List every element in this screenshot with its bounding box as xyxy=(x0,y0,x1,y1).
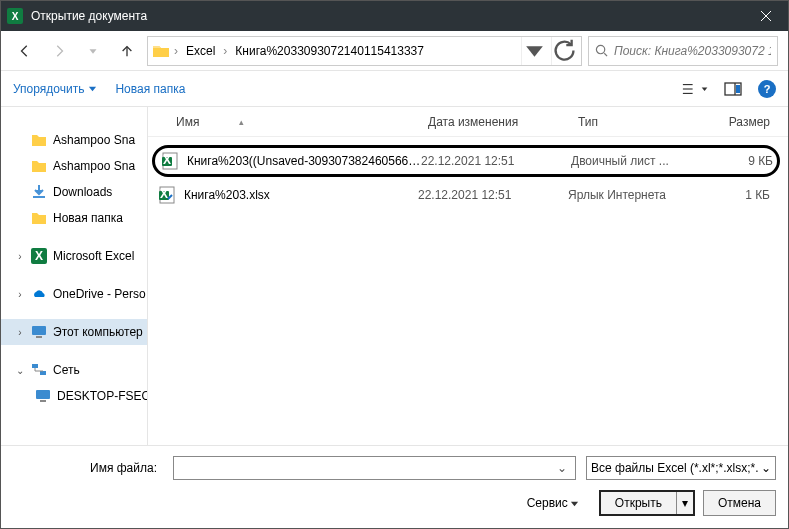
breadcrumb-folder[interactable]: Книга%2033093072140115413337 xyxy=(231,44,428,58)
network-icon xyxy=(31,362,47,378)
svg-point-5 xyxy=(596,45,604,53)
refresh-button[interactable] xyxy=(551,37,577,65)
filename-input[interactable] xyxy=(178,461,553,475)
sort-asc-icon: ▴ xyxy=(239,117,244,127)
onedrive-icon xyxy=(31,286,47,302)
filename-input-wrap[interactable]: ⌄ xyxy=(173,456,576,480)
expand-icon[interactable]: › xyxy=(15,327,25,338)
nav-row: › Excel › Книга%2033093072140115413337 xyxy=(1,31,788,71)
address-bar[interactable]: › Excel › Книга%2033093072140115413337 xyxy=(147,36,582,66)
sidebar-item-ashampoo-2[interactable]: Ashampoo Sna xyxy=(1,153,147,179)
sidebar-item-onedrive[interactable]: › OneDrive - Perso xyxy=(1,281,147,307)
svg-rect-20 xyxy=(32,364,38,368)
svg-rect-22 xyxy=(36,390,50,399)
svg-rect-23 xyxy=(40,400,46,402)
svg-rect-19 xyxy=(36,336,42,338)
sidebar-item-label: Ashampoo Sna xyxy=(53,159,135,173)
chevron-down-icon: ⌄ xyxy=(761,461,771,475)
svg-rect-14 xyxy=(736,85,740,93)
sidebar-item-label: Ashampoo Sna xyxy=(53,133,135,147)
titlebar: X Открытие документа xyxy=(1,1,788,31)
sidebar-item-label: Этот компьютер xyxy=(53,325,143,339)
file-row[interactable]: X Книга%203.xlsx 22.12.2021 12:51 Ярлык … xyxy=(148,179,788,211)
folder-icon xyxy=(31,210,47,226)
expand-icon[interactable]: › xyxy=(15,289,25,300)
file-date: 22.12.2021 12:51 xyxy=(418,188,568,202)
folder-icon xyxy=(31,158,47,174)
filename-dropdown[interactable]: ⌄ xyxy=(553,461,571,475)
close-button[interactable] xyxy=(743,1,788,31)
svg-text:X: X xyxy=(35,249,43,263)
file-size: 9 КБ xyxy=(701,154,773,168)
file-type: Двоичный лист ... xyxy=(571,154,701,168)
help-button[interactable]: ? xyxy=(758,80,776,98)
open-button[interactable]: Открыть ▾ xyxy=(599,490,695,516)
sidebar-item-ashampoo-1[interactable]: Ashampoo Sna xyxy=(1,127,147,153)
svg-rect-15 xyxy=(33,196,45,198)
recent-dropdown[interactable] xyxy=(79,37,107,65)
column-headers: Имя▴ Дата изменения Тип Размер xyxy=(148,107,788,137)
column-type[interactable]: Тип xyxy=(578,115,708,129)
sidebar-item-newfolder[interactable]: Новая папка xyxy=(1,205,147,231)
cancel-button[interactable]: Отмена xyxy=(703,490,776,516)
file-pane: Имя▴ Дата изменения Тип Размер X Книга%2… xyxy=(148,107,788,445)
file-name: Книга%203((Unsaved-3093073824605660... xyxy=(187,154,421,168)
new-folder-button[interactable]: Новая папка xyxy=(115,82,185,96)
address-dropdown[interactable] xyxy=(521,37,547,65)
collapse-icon[interactable]: ⌄ xyxy=(15,365,25,376)
file-name: Книга%203.xlsx xyxy=(184,188,418,202)
organize-menu[interactable]: Упорядочить xyxy=(13,82,97,96)
svg-marker-30 xyxy=(571,501,578,506)
sidebar-item-label: Microsoft Excel xyxy=(53,249,134,263)
folder-icon xyxy=(31,132,47,148)
column-size[interactable]: Размер xyxy=(708,115,788,129)
breadcrumb-excel[interactable]: Excel xyxy=(182,44,219,58)
excel-icon: X xyxy=(31,248,47,264)
file-type: Ярлык Интернета xyxy=(568,188,698,202)
expand-icon[interactable]: › xyxy=(15,251,25,262)
sidebar-item-desktop-fseo[interactable]: DESKTOP-FSEO xyxy=(1,383,147,409)
chevron-right-icon: › xyxy=(223,44,227,58)
sidebar-item-label: OneDrive - Perso xyxy=(53,287,146,301)
file-type-filter[interactable]: Все файлы Excel (*.xl*;*.xlsx;*. ⌄ xyxy=(586,456,776,480)
excel-app-icon: X xyxy=(7,8,23,24)
sidebar-item-label: DESKTOP-FSEO xyxy=(57,389,147,403)
sidebar-item-label: Сеть xyxy=(53,363,80,377)
chevron-right-icon: › xyxy=(174,44,178,58)
svg-rect-21 xyxy=(40,371,46,375)
sidebar-item-network[interactable]: ⌄ Сеть xyxy=(1,357,147,383)
column-date[interactable]: Дата изменения xyxy=(428,115,578,129)
svg-line-6 xyxy=(604,53,607,56)
file-list: X Книга%203((Unsaved-3093073824605660...… xyxy=(148,137,788,445)
open-dropdown[interactable]: ▾ xyxy=(677,496,693,510)
column-name[interactable]: Имя▴ xyxy=(176,115,428,129)
file-row[interactable]: X Книга%203((Unsaved-3093073824605660...… xyxy=(152,145,780,177)
toolbar: Упорядочить Новая папка ? xyxy=(1,71,788,107)
view-mode-button[interactable] xyxy=(682,78,708,100)
forward-button[interactable] xyxy=(45,37,73,65)
svg-marker-11 xyxy=(702,87,708,91)
svg-rect-18 xyxy=(32,326,46,335)
search-icon xyxy=(595,44,608,57)
sidebar-item-label: Downloads xyxy=(53,185,112,199)
up-button[interactable] xyxy=(113,37,141,65)
svg-text:X: X xyxy=(160,187,168,201)
sidebar-item-downloads[interactable]: Downloads xyxy=(1,179,147,205)
window-title: Открытие документа xyxy=(31,9,743,23)
pc-icon xyxy=(35,388,51,404)
sidebar-item-this-pc[interactable]: › Этот компьютер xyxy=(1,319,147,345)
tools-menu[interactable]: Сервис xyxy=(527,496,579,510)
svg-text:X: X xyxy=(163,153,171,167)
filename-label: Имя файла: xyxy=(13,461,163,475)
filter-label: Все файлы Excel (*.xl*;*.xlsx;*. xyxy=(591,461,761,475)
search-box[interactable] xyxy=(588,36,778,66)
search-input[interactable] xyxy=(614,44,771,58)
sidebar-item-label: Новая папка xyxy=(53,211,123,225)
preview-pane-button[interactable] xyxy=(720,78,746,100)
svg-marker-4 xyxy=(526,46,543,56)
svg-marker-2 xyxy=(90,49,97,53)
pc-icon xyxy=(31,324,47,340)
sidebar: Ashampoo Sna Ashampoo Sna Downloads Нова… xyxy=(1,107,148,445)
sidebar-item-excel[interactable]: › X Microsoft Excel xyxy=(1,243,147,269)
back-button[interactable] xyxy=(11,37,39,65)
